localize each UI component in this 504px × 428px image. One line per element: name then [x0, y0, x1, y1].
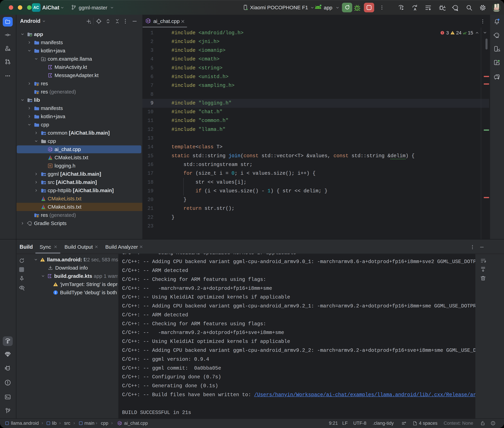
svg-text:H: H	[49, 165, 51, 167]
svg-text:C: C	[147, 19, 149, 22]
svg-text:C: C	[119, 422, 120, 425]
svg-text:C: C	[49, 148, 51, 151]
svg-text:A: A	[414, 7, 416, 11]
